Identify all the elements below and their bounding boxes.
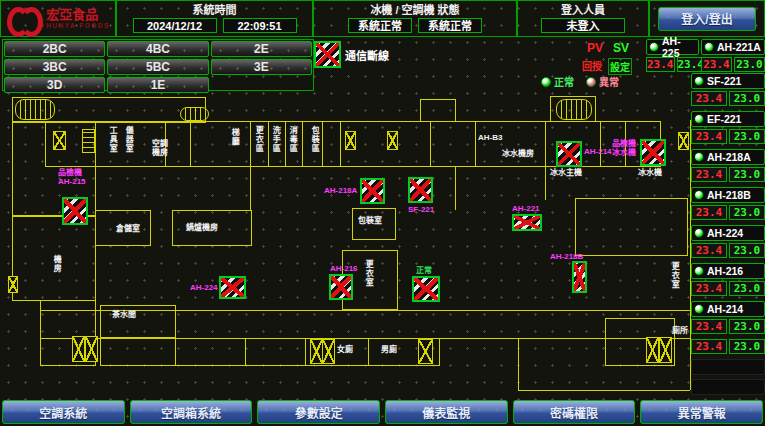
pv-value: 23.4 [691,339,727,354]
equipment-values: 23.4 23.0 [701,57,765,72]
equipment-name: AH-221A [717,41,761,53]
wall-segment [545,121,546,167]
room-label: 茶水間 [112,310,136,319]
wall-segment [250,121,251,167]
pv-value: 23.4 [691,129,727,144]
unit-label: 正常 [416,266,442,275]
status-led-icon [704,42,714,52]
normal-label: 正常 [554,74,574,89]
ahu-unit-icon[interactable] [360,178,385,204]
unit-label: SF-221 [408,205,438,214]
floor-button-2e[interactable]: 2E [211,41,312,57]
ahu-status: 系統正常 [418,18,482,33]
equipment-row[interactable]: AH-221A [701,39,765,55]
sv-value: 23.0 [729,339,765,354]
nav-ahu-system[interactable]: 空調箱系統 [130,400,253,424]
wall-segment [455,167,456,210]
nav-ac-system[interactable]: 空調系統 [2,400,125,424]
stairwell-icon [85,336,98,362]
wall-segment [175,338,176,366]
empty-equipment-slot [691,359,765,375]
equipment-row[interactable]: AH-224 [691,225,765,241]
setpoint-header: 設定 [608,58,632,75]
floor-button-5bc[interactable]: 5BC [107,59,208,75]
equipment-row[interactable]: SF-221 [691,73,765,89]
wall-segment [305,338,306,366]
equipment-row[interactable]: AH-214 [691,301,765,317]
stairwell-icon [72,336,85,362]
equipment-name: SF-221 [707,75,741,87]
equipment-name: AH-218B [707,189,751,201]
unit-label: AH-216 [330,264,362,273]
status-led-icon [649,42,659,52]
ahu-unit-icon[interactable] [62,197,88,225]
floor-selector: 2BC 4BC 2E 3BC 5BC 3E 3D 1E [2,39,314,91]
login-logout-button[interactable]: 登入/登出 [658,7,756,31]
wall-segment [420,99,456,122]
floor-button-3bc[interactable]: 3BC [4,59,105,75]
ahu-unit-icon[interactable] [512,214,542,231]
hmi-screen: { "header": { "logo": { "title": "宏亞食品",… [0,0,765,426]
wall-segment [475,121,476,167]
equipment-panel: AH-225 AH-221A 23.4 23.4 23.4 23.0 SF-22… [645,39,765,395]
room-label: 男廁 [381,345,397,354]
floor-button-3e[interactable]: 3E [211,59,312,75]
pv-value: 23.4 [691,205,727,220]
floor-button-3d[interactable]: 3D [4,77,105,93]
status-led-icon [694,228,704,238]
equipment-row[interactable]: AH-216 [691,263,765,279]
ahu-unit-icon[interactable] [572,261,587,293]
status-led-icon [694,114,704,124]
room-label: 包裝室 [358,216,382,225]
wall-segment [302,121,303,167]
equipment-values: 23.4 23.0 [691,319,765,334]
unit-label: 品檢機 冰水機 [612,139,638,157]
room-label: 更衣區 [254,126,263,153]
empty-equipment-slot [691,379,765,395]
equipment-row[interactable]: AH-225 [646,39,699,55]
equipment-values: 23.4 23.0 [691,281,765,296]
nav-alarm[interactable]: 異常警報 [640,400,763,424]
ahu-unit-icon[interactable] [329,274,353,300]
nav-password-auth[interactable]: 密碼權限 [513,400,636,424]
machine-status-section: 冰機 / 空調機 狀態 系統正常 系統正常 [313,0,517,37]
stairs-icon [15,99,55,120]
ahu-unit-icon[interactable] [219,276,246,299]
wall-segment [190,121,191,167]
status-led-icon [694,304,704,314]
wall-segment [250,167,251,210]
room-label: 冰水機房 [502,149,534,158]
stairs-icon [556,99,592,120]
abnormal-label: 異常 [599,74,619,89]
pv-value: 23.4 [691,243,727,258]
ahu-unit-icon[interactable] [556,141,582,167]
sv-value: 23.0 [729,91,765,106]
floor-button-2bc[interactable]: 2BC [4,41,105,57]
equipment-name: EF-221 [707,113,741,125]
room-label: 冰水主機 [550,168,582,177]
wall-segment [245,338,246,366]
pv-header: PV [587,41,603,55]
hunya-logo-icon [6,6,42,32]
elevator-icon [345,131,356,150]
ahu-unit-icon[interactable] [412,276,440,302]
equipment-row[interactable]: EF-221 [691,111,765,127]
floor-button-1e[interactable]: 1E [107,77,208,93]
floor-button-4bc[interactable]: 4BC [107,41,208,57]
ahu-unit-icon[interactable] [408,177,433,203]
unit-label: AH-221 [512,204,548,213]
equipment-row[interactable]: AH-218B [691,187,765,203]
equipment-name: AH-218A [707,151,751,163]
pv-value: 23.4 [691,319,727,334]
room-label: 機房 [52,255,61,273]
nav-parameter-settings[interactable]: 參數設定 [257,400,380,424]
equipment-values: 23.4 23.0 [691,167,765,182]
top-header: 宏亞食品 HUNYA FOODS 系統時間 2024/12/12 22:09:5… [0,0,765,37]
equipment-row[interactable]: AH-218A [691,149,765,165]
login-label: 登入人員 [561,5,605,16]
nav-meter-monitor[interactable]: 儀表監視 [385,400,508,424]
room-label: 洗手區 [271,126,280,153]
sv-value: 23.0 [729,129,765,144]
logo-subtitle: HUNYA FOODS [46,23,110,30]
sv-value: 23.0 [729,319,765,334]
